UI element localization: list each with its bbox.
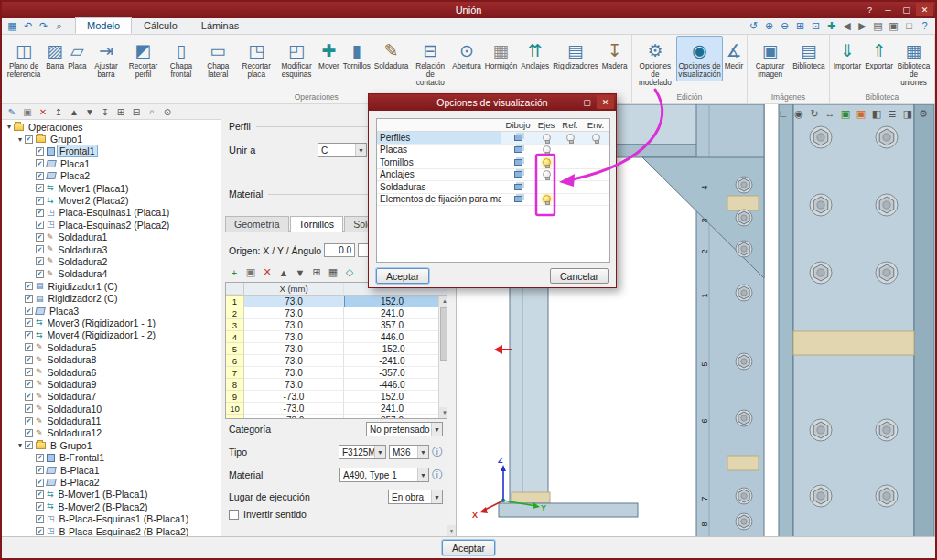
copy-row-icon[interactable]: ▣	[243, 265, 258, 279]
tree-item-b-mover2-b-placa2[interactable]: ✔⇆B-Mover2 (B-Placa2)	[2, 501, 221, 512]
tree-item-b-placa-esquinas2-b-placa2[interactable]: ✔◳B-Placa-Esquinas2 (B-Placa2)	[2, 525, 221, 536]
y-cell[interactable]: 241.0	[344, 307, 440, 319]
bulb-on-icon[interactable]	[543, 195, 551, 203]
tree-item-mover1-placa1[interactable]: ✔⇆Mover1 (Placa1)	[2, 182, 221, 194]
coord-system-icon[interactable]: ∟	[777, 107, 790, 120]
tree-item-checkbox[interactable]: ✔	[25, 331, 33, 339]
draw-layer-icon[interactable]	[514, 135, 522, 141]
redo-icon[interactable]: ↷	[37, 19, 50, 33]
y-cell[interactable]: -357.0	[344, 367, 440, 379]
y-cell[interactable]: 357.0	[344, 319, 440, 331]
ribbon-button-rigidizadores[interactable]: ▤Rigidizadores	[551, 36, 600, 73]
ribbon-button-madera[interactable]: ↧Madera	[600, 36, 630, 73]
x-cell[interactable]: 73.0	[244, 379, 344, 391]
x-cell[interactable]: 73.0	[244, 307, 344, 319]
pin-icon[interactable]: ⊙	[160, 105, 175, 119]
tree-item-b-mover1-b-placa1[interactable]: ✔⇆B-Mover1 (B-Placa1)	[2, 489, 221, 501]
delete-icon[interactable]: ✕	[36, 105, 50, 119]
draw-layer-icon[interactable]	[514, 196, 522, 202]
x-cell[interactable]: 73.0	[244, 355, 344, 367]
dimensions-icon[interactable]: ▣	[839, 107, 852, 120]
x-cell[interactable]: -73.0	[244, 403, 344, 415]
move-down-icon[interactable]: ▼	[82, 105, 97, 119]
tree-item-placa-esquinas1-placa1[interactable]: ✔◳Placa-Esquinas1 (Placa1)	[2, 207, 221, 219]
collapse-all-icon[interactable]: ⊟	[129, 105, 144, 119]
capture-icon[interactable]: ▣	[887, 19, 900, 33]
row-up-icon[interactable]: ▲	[276, 265, 291, 279]
undo-icon[interactable]: ↶	[21, 19, 35, 33]
tree-item-checkbox[interactable]: ✔	[25, 282, 33, 290]
unir-a-select[interactable]: C ▼	[318, 143, 367, 157]
tree-item-checkbox[interactable]: ✔	[25, 135, 33, 144]
tab-modelo[interactable]: Modelo	[75, 17, 132, 34]
move-bottom-icon[interactable]: ↧	[98, 105, 113, 119]
ribbon-button-chapa-frontal[interactable]: ▯Chapa frontal	[163, 36, 200, 81]
tree-item-b-placa2[interactable]: ✔B-Placa2	[2, 476, 221, 488]
visibility-row-placas[interactable]: Placas	[377, 145, 609, 157]
add-row-icon[interactable]: +	[227, 265, 242, 279]
tree-item-b-grupo1[interactable]: ▾✔B-Grupo1	[2, 439, 221, 451]
edit-icon[interactable]: ✎	[5, 105, 19, 119]
minimize-button[interactable]: ─	[879, 3, 897, 16]
tab-láminas[interactable]: Láminas	[189, 17, 252, 34]
x-cell[interactable]: 73.0	[244, 367, 344, 379]
visibility-row-anclajes[interactable]: Anclajes	[377, 169, 609, 182]
x-cell[interactable]: -73.0	[244, 415, 344, 418]
x-cell[interactable]: 73.0	[244, 331, 344, 343]
bulb-off-icon[interactable]	[543, 134, 551, 142]
tree-item-soldadura11[interactable]: ✔✎Soldadura11	[2, 415, 221, 426]
tree-item-checkbox[interactable]: ✔	[25, 380, 33, 388]
ribbon-button-medir[interactable]: ∡Medir	[723, 36, 745, 73]
tree-item-soldadura6[interactable]: ✔✎Soldadura6	[2, 366, 221, 378]
tree-item-checkbox[interactable]: ✔	[36, 257, 44, 265]
tree-item-mover3-rigidizador1-1[interactable]: ✔⇆Mover3 (Rigidizador1 - 1)	[2, 317, 221, 328]
tree-item-checkbox[interactable]: ✔	[36, 527, 44, 535]
y-cell[interactable]: 152.0	[344, 296, 440, 307]
tree-item-b-frontal1[interactable]: ✔B-Frontal1	[2, 452, 221, 464]
material-select[interactable]: A490, Type 1▼	[339, 468, 429, 482]
tree-item-checkbox[interactable]: ✔	[36, 270, 44, 278]
tree-item-placa1[interactable]: ✔Placa1	[2, 157, 221, 169]
ribbon-button-capturar-imagen[interactable]: ▣Capturar imagen	[749, 36, 791, 81]
tree-item-b-placa-esquinas1-b-placa1[interactable]: ✔◳B-Placa-Esquinas1 (B-Placa1)	[2, 513, 221, 525]
polygon-icon[interactable]: ◇	[342, 265, 357, 279]
grid-icon[interactable]: ▦	[326, 265, 340, 279]
settings-icon[interactable]: ⚙	[917, 107, 930, 120]
invertir-checkbox[interactable]	[229, 510, 239, 520]
tree-item-rigidizador1-c[interactable]: ✔▤Rigidizador1 (C)	[2, 280, 221, 292]
info-icon[interactable]: ⓘ	[432, 447, 443, 458]
y-cell[interactable]: 152.0	[344, 391, 440, 403]
ribbon-button-soldadura[interactable]: ✎Soldadura	[372, 36, 410, 73]
expander-icon[interactable]: ▾	[16, 441, 25, 449]
zoom-in-icon[interactable]: ⊕	[762, 19, 776, 33]
highlight-icon[interactable]: ▣	[855, 107, 867, 120]
restore-button[interactable]: ▢	[898, 3, 915, 16]
move-top-icon[interactable]: ↥	[51, 105, 66, 119]
help-icon[interactable]: ?	[918, 19, 932, 33]
expand-all-icon[interactable]: ⊞	[113, 105, 128, 119]
bulb-off-icon[interactable]	[543, 145, 551, 154]
ribbon-button-modificar-esquinas[interactable]: ◰Modificar esquinas	[276, 36, 317, 81]
pan-icon[interactable]: ✚	[824, 19, 838, 33]
y-cell[interactable]: 357.0	[344, 415, 440, 418]
tree-item-checkbox[interactable]: ✔	[25, 295, 33, 303]
visibility-row-tornillos[interactable]: Tornillos	[377, 156, 609, 169]
expander-icon[interactable]: ▾	[5, 123, 14, 131]
move-up-icon[interactable]: ▲	[67, 105, 81, 119]
tipo-select[interactable]: M36▼	[389, 445, 429, 459]
tree-item-soldadura1[interactable]: ✔✎Soldadura1	[2, 232, 221, 243]
dialog-cancel-button[interactable]: Cancelar	[550, 268, 609, 284]
tree-item-soldadura3[interactable]: ✔✎Soldadura3	[2, 243, 221, 255]
tree-item-grupo1[interactable]: ▾✔Grupo1	[2, 133, 221, 145]
draw-layer-icon[interactable]	[514, 171, 522, 178]
dialog-accept-button[interactable]: Aceptar	[376, 268, 429, 284]
ribbon-button-importar[interactable]: ⇓Importar	[832, 36, 863, 73]
tree-item-checkbox[interactable]: ✔	[36, 245, 44, 253]
orbit-icon[interactable]: ↻	[808, 107, 821, 120]
ribbon-button-placa[interactable]: ▱Placa	[66, 36, 88, 73]
search-icon[interactable]: ⌕	[145, 105, 159, 119]
tree-item-placa2[interactable]: ✔Placa2	[2, 170, 221, 182]
tree-item-soldadura8[interactable]: ✔✎Soldadura8	[2, 353, 221, 365]
tree-item-checkbox[interactable]: ✔	[36, 515, 44, 523]
ribbon-button-relación-de-contacto[interactable]: ⊟Relación de contacto	[410, 36, 450, 90]
